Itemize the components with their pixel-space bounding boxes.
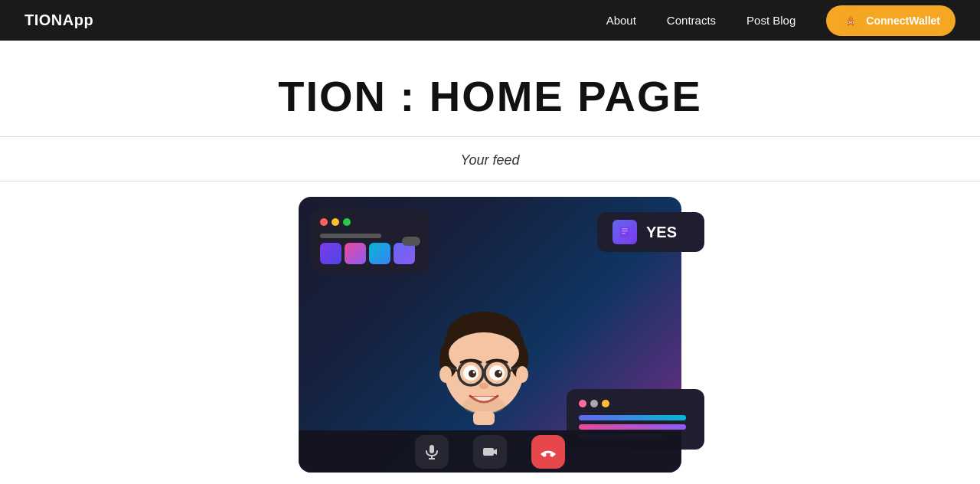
nav-links: About Contracts Post Blog ConnectWallet: [606, 5, 956, 36]
status-dot-gray: [590, 400, 598, 407]
svg-point-40: [550, 453, 554, 456]
connect-wallet-button[interactable]: ConnectWallet: [826, 5, 956, 36]
svg-point-6: [848, 21, 849, 22]
status-dots: [579, 400, 692, 407]
dot-red: [320, 218, 328, 226]
svg-rect-34: [430, 445, 434, 453]
navbar: TIONApp About Contracts Post Blog Connec…: [0, 0, 980, 41]
status-bar-1: [579, 415, 686, 420]
svg-point-25: [469, 370, 476, 378]
end-call-button[interactable]: [531, 435, 565, 469]
page-title: TION : HOME PAGE: [0, 71, 980, 121]
window-dots: [320, 218, 420, 226]
svg-point-39: [543, 453, 547, 456]
page-title-section: TION : HOME PAGE: [0, 41, 980, 136]
color-block-4: [394, 243, 415, 264]
window-toggle: [402, 237, 420, 246]
yes-icon: [612, 220, 637, 244]
svg-point-29: [479, 383, 488, 389]
hero-card: YES: [299, 197, 681, 473]
app-logo[interactable]: TIONApp: [24, 11, 93, 29]
yes-text: YES: [646, 224, 677, 241]
svg-point-32: [516, 366, 528, 383]
yes-svg-icon: [618, 225, 632, 239]
dot-yellow: [332, 218, 339, 226]
connect-wallet-label: ConnectWallet: [866, 15, 940, 27]
color-block-1: [320, 243, 341, 264]
metamask-icon: [841, 11, 860, 30]
end-call-icon: [540, 443, 557, 460]
dot-green: [343, 218, 351, 226]
nav-about[interactable]: About: [606, 14, 636, 27]
window-search-bar: [320, 234, 381, 238]
color-blocks: [320, 243, 420, 264]
svg-rect-33: [473, 411, 495, 425]
feed-label-section: Your feed: [0, 137, 980, 181]
svg-point-28: [499, 371, 501, 374]
avatar-face: [423, 304, 545, 427]
color-block-2: [345, 243, 366, 264]
svg-point-7: [852, 21, 853, 22]
svg-point-26: [495, 370, 502, 378]
ui-window-card: [311, 209, 430, 273]
camera-icon: [482, 443, 498, 460]
svg-point-27: [473, 371, 475, 374]
nav-post-blog[interactable]: Post Blog: [746, 14, 795, 27]
mic-icon: [423, 443, 440, 460]
svg-marker-38: [494, 449, 497, 455]
main-content: TION : HOME PAGE Your feed: [0, 41, 980, 473]
bottom-controls: [299, 430, 681, 473]
nav-contracts[interactable]: Contracts: [667, 14, 716, 27]
mic-button[interactable]: [415, 435, 449, 469]
status-bar-2: [579, 424, 686, 430]
svg-rect-11: [622, 233, 626, 234]
svg-rect-9: [622, 228, 628, 230]
svg-point-31: [439, 366, 452, 383]
status-dot-pink: [579, 400, 586, 407]
hero-section: YES: [0, 182, 980, 473]
svg-rect-10: [622, 231, 628, 232]
svg-rect-37: [483, 448, 494, 456]
yes-card: YES: [597, 212, 704, 252]
feed-label: Your feed: [0, 152, 980, 168]
color-block-3: [369, 243, 390, 264]
status-dot-yellow: [602, 400, 609, 407]
avatar-container: [423, 304, 545, 427]
camera-button[interactable]: [473, 435, 507, 469]
